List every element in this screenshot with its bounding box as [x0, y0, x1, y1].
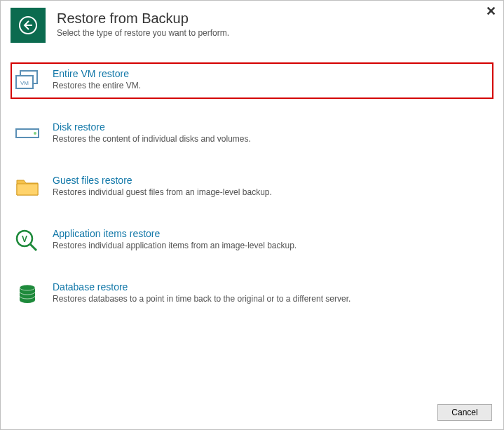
svg-text:VM: VM	[20, 80, 29, 86]
page-subtitle: Select the type of restore you want to p…	[57, 28, 229, 38]
option-description: Restores databases to a point in time ba…	[53, 294, 350, 304]
restore-wizard-window: ✕ Restore from Backup Select the type of…	[0, 0, 504, 430]
option-description: Restores the entire VM.	[53, 81, 141, 90]
option-description: Restores individual guest files from an …	[53, 187, 272, 197]
option-guest-files-restore[interactable]: Guest files restore Restores individual …	[11, 169, 493, 206]
database-icon	[17, 283, 38, 304]
option-description: Restores the content of individual disks…	[53, 134, 251, 144]
svg-point-6	[34, 132, 36, 135]
back-arrow-icon	[18, 15, 39, 36]
option-title: Guest files restore	[53, 175, 272, 186]
search-v-icon: V	[15, 229, 39, 252]
folder-icon	[15, 177, 39, 197]
back-button[interactable]	[11, 8, 46, 43]
option-title: Application items restore	[53, 228, 297, 239]
option-application-items-restore[interactable]: V Application items restore Restores ind…	[11, 222, 493, 259]
option-title: Database restore	[53, 281, 350, 293]
option-description: Restores individual application items fr…	[53, 241, 297, 250]
disk-icon	[15, 127, 39, 141]
vm-icon: VM	[15, 70, 39, 91]
svg-text:V: V	[22, 234, 27, 244]
option-database-restore[interactable]: Database restore Restores databases to a…	[11, 276, 493, 312]
option-disk-restore[interactable]: Disk restore Restores the content of ind…	[11, 116, 493, 152]
cancel-button[interactable]: Cancel	[437, 404, 492, 421]
restore-options-list: VM Entire VM restore Restores the entire…	[1, 48, 503, 336]
svg-line-8	[30, 244, 36, 250]
wizard-footer: Cancel	[437, 404, 492, 421]
wizard-header: Restore from Backup Select the type of r…	[1, 1, 503, 48]
option-entire-vm-restore[interactable]: VM Entire VM restore Restores the entire…	[11, 62, 493, 99]
page-title: Restore from Backup	[57, 11, 229, 27]
close-icon[interactable]: ✕	[486, 5, 496, 18]
option-title: Entire VM restore	[53, 68, 141, 79]
option-title: Disk restore	[53, 121, 251, 133]
